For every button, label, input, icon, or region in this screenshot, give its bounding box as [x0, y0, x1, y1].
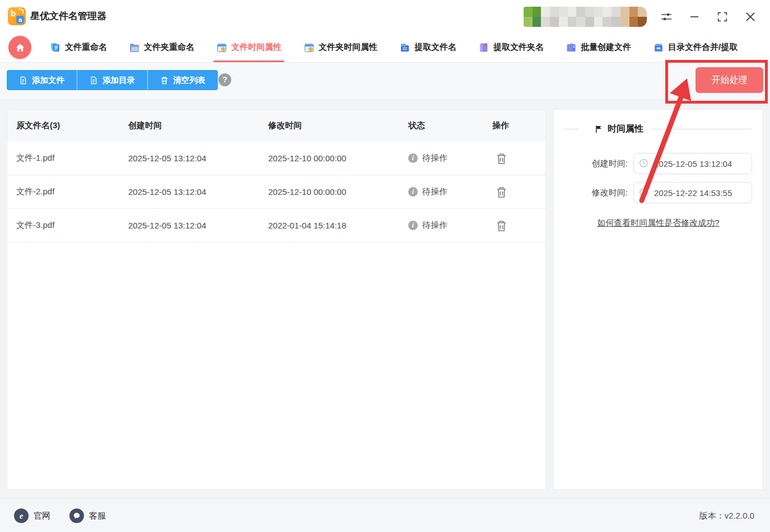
file-name: 文件-3.pdf — [7, 220, 128, 231]
minimize-button[interactable] — [688, 10, 701, 24]
delete-row-button[interactable] — [494, 218, 508, 233]
batch-create-icon — [566, 42, 577, 53]
folder-time-icon — [304, 42, 315, 53]
file-status: i 待操作 — [408, 220, 492, 231]
footer-bar: e 官网 客服 版本：v2.2.0.0 — [0, 498, 770, 532]
redacted-user-info — [524, 7, 647, 27]
file-icon — [90, 76, 98, 85]
clear-list-button[interactable]: 清空列表 — [147, 70, 218, 90]
modified-time-field: 修改时间: — [582, 182, 763, 203]
created-time-input[interactable] — [633, 153, 752, 174]
delete-row-button[interactable] — [494, 185, 508, 199]
tab-list: 文件重命名 文件夹重命名 文件时间属性 — [41, 32, 746, 62]
clock-icon — [639, 188, 648, 197]
clock-icon — [639, 158, 648, 168]
trash-icon — [496, 152, 507, 165]
customer-service-link[interactable]: 客服 — [69, 499, 106, 532]
file-created: 2025-12-05 13:12:04 — [128, 153, 268, 163]
info-icon: i — [408, 153, 418, 163]
header-action: 操作 — [492, 120, 545, 131]
app-title: 星优文件名管理器 — [30, 0, 106, 32]
file-status: i 待操作 — [408, 153, 492, 164]
website-label: 官网 — [34, 511, 50, 521]
table-row: 文件-3.pdf 2025-12-05 13:12:04 2022-01-04 … — [7, 209, 545, 242]
logo-letter-b: b — [11, 8, 16, 18]
tab-label: 文件重命名 — [65, 42, 107, 53]
modified-time-input[interactable] — [633, 182, 752, 203]
header-modified-time: 修改时间 — [268, 120, 408, 131]
app-logo-icon: b a — [8, 7, 26, 25]
panel-section-header: 时间属性 — [554, 123, 763, 135]
tab-file-time-attrs[interactable]: 文件时间属性 — [208, 32, 290, 62]
table-row: 文件-1.pdf 2025-12-05 13:12:04 2025-12-10 … — [7, 142, 545, 175]
add-file-button[interactable]: 添加文件 — [7, 70, 77, 90]
file-time-icon — [216, 42, 227, 53]
status-label: 待操作 — [422, 153, 447, 164]
home-icon — [15, 42, 26, 53]
maximize-button[interactable] — [716, 10, 729, 24]
status-label: 待操作 — [422, 186, 447, 197]
file-table: 原文件名(3) 创建时间 修改时间 状态 操作 文件-1.pdf 2025-12… — [7, 109, 546, 490]
table-row: 文件-2.pdf 2025-12-05 13:12:04 2025-12-10 … — [7, 175, 545, 209]
file-created: 2025-12-05 13:12:04 — [128, 221, 268, 230]
settings-sliders-icon[interactable] — [660, 10, 673, 24]
logo-arrow-icon — [18, 8, 24, 13]
tab-extract-foldername[interactable]: 提取文件夹名 — [470, 32, 552, 62]
tab-label: 批量创建文件 — [581, 42, 631, 53]
chat-icon — [69, 508, 84, 523]
version-label: 版本：v2.2.0.0 — [699, 499, 754, 532]
header-created-time: 创建时间 — [128, 120, 268, 131]
merge-extract-icon — [653, 42, 664, 53]
modified-time-label: 修改时间: — [582, 188, 628, 198]
delete-row-button[interactable] — [494, 151, 508, 166]
extract-foldername-icon — [478, 42, 489, 53]
time-attr-help-link[interactable]: 如何查看时间属性是否修改成功? — [554, 218, 763, 228]
tab-folder-time-attrs[interactable]: 文件夹时间属性 — [295, 32, 386, 62]
add-directory-label: 添加目录 — [102, 75, 135, 86]
file-rename-icon — [50, 42, 61, 53]
tab-merge-extract[interactable]: 目录文件合并/提取 — [645, 32, 746, 62]
panel-heading: 时间属性 — [608, 123, 643, 135]
trash-icon — [496, 220, 507, 232]
file-modified: 2022-01-04 15:14:18 — [268, 221, 408, 230]
tab-extract-filename[interactable]: 提取文件名 — [391, 32, 465, 62]
trash-icon — [496, 186, 507, 198]
close-button[interactable] — [744, 10, 757, 24]
file-name: 文件-1.pdf — [7, 153, 128, 164]
header-original-name: 原文件名(3) — [7, 120, 128, 131]
status-label: 待操作 — [422, 220, 447, 231]
info-icon: i — [408, 187, 418, 197]
info-icon: i — [408, 221, 418, 230]
file-created: 2025-12-05 13:12:04 — [128, 187, 268, 197]
start-processing-button[interactable]: 开始处理 — [696, 67, 763, 93]
file-name: 文件-2.pdf — [7, 186, 128, 197]
help-icon[interactable]: ? — [218, 73, 231, 86]
support-label: 客服 — [89, 511, 106, 521]
tab-file-rename[interactable]: 文件重命名 — [41, 32, 115, 62]
logo-letter-a: a — [16, 16, 24, 24]
home-button[interactable] — [8, 36, 31, 59]
add-directory-button[interactable]: 添加目录 — [77, 70, 147, 90]
clear-list-label: 清空列表 — [173, 75, 206, 86]
tab-label: 目录文件合并/提取 — [668, 42, 738, 53]
official-website-link[interactable]: e 官网 — [14, 499, 50, 532]
header-status: 状态 — [408, 120, 492, 131]
created-time-field: 创建时间: — [582, 153, 763, 174]
tab-label: 提取文件夹名 — [493, 42, 544, 53]
website-icon: e — [14, 508, 29, 523]
title-bar: b a 星优文件名管理器 — [0, 0, 770, 32]
time-attributes-panel: 时间属性 创建时间: 修改时间: 如何查看时间属性是否修改成功? — [553, 109, 763, 490]
folder-rename-icon — [129, 42, 140, 53]
tab-folder-rename[interactable]: 文件夹重命名 — [120, 32, 203, 62]
extract-filename-icon — [399, 42, 410, 53]
table-header-row: 原文件名(3) 创建时间 修改时间 状态 操作 — [7, 110, 545, 142]
created-time-label: 创建时间: — [582, 158, 628, 169]
flag-icon — [595, 125, 603, 133]
file-icon — [19, 76, 27, 85]
add-file-label: 添加文件 — [32, 75, 64, 86]
tab-batch-create[interactable]: 批量创建文件 — [557, 32, 640, 62]
file-modified: 2025-12-10 00:00:00 — [268, 153, 408, 163]
toolbar-button-group: 添加文件 添加目录 清空列表 — [7, 70, 218, 90]
app-window: b a 星优文件名管理器 — [0, 0, 770, 532]
trash-icon — [160, 76, 169, 85]
